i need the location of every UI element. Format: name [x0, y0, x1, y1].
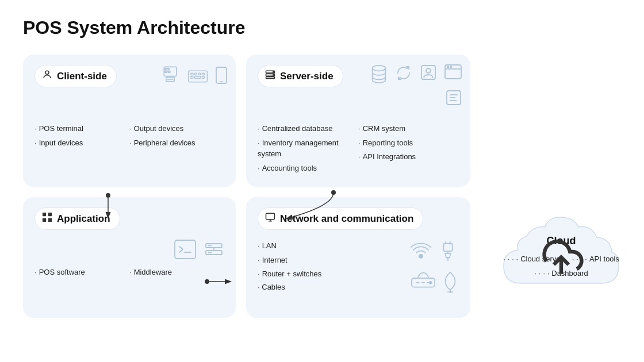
- database-icon: [370, 64, 388, 87]
- centralized-db-item: Centralized database: [258, 123, 358, 134]
- list-icon: [445, 89, 462, 109]
- svg-rect-44: [266, 213, 275, 219]
- pos-software-item: POS software: [34, 267, 129, 278]
- grid-icon: [42, 212, 52, 225]
- output-devices-item: Output devices: [129, 123, 224, 134]
- tablet-icon: [215, 66, 228, 87]
- network-label: Network and communication: [280, 213, 413, 225]
- svg-rect-4: [165, 68, 169, 70]
- router-icon: [409, 270, 437, 295]
- svg-rect-13: [194, 76, 201, 78]
- app-content: POS software Middleware: [34, 267, 224, 281]
- middleware-item: Middleware: [129, 267, 224, 278]
- reporting-item: Reporting tools: [358, 137, 459, 149]
- svg-point-0: [45, 71, 49, 74]
- cloud-card: Cloud · Cloud server · API tools · Dashb…: [481, 197, 642, 318]
- pos-terminal-icon: [160, 64, 181, 87]
- crm-item: CRM system: [358, 123, 459, 134]
- svg-point-56: [430, 282, 432, 284]
- application-label: Application: [57, 213, 110, 225]
- accounting-item: Accounting tools: [258, 163, 358, 174]
- monitor-network-icon: [265, 212, 275, 225]
- svg-rect-19: [266, 77, 275, 79]
- router-item: Router + switches: [258, 268, 409, 280]
- client-side-label: Client-side: [57, 71, 107, 82]
- client-side-card: Client-side: [23, 55, 236, 187]
- terminal-icon: [174, 239, 197, 262]
- crm-icon: [420, 64, 437, 83]
- keyboard-icon: [187, 68, 208, 87]
- svg-point-28: [450, 66, 451, 67]
- svg-rect-11: [202, 73, 204, 75]
- sync-icon: [394, 64, 413, 84]
- svg-rect-12: [191, 76, 193, 78]
- svg-rect-10: [198, 73, 201, 75]
- cloud-title: Cloud: [503, 235, 619, 247]
- cloud-shape: Cloud · Cloud server · API tools · Dashb…: [498, 209, 624, 306]
- svg-rect-15: [216, 67, 227, 83]
- page-title: POS System Architecture: [23, 17, 621, 38]
- svg-rect-14: [202, 76, 204, 78]
- svg-point-27: [447, 66, 448, 67]
- svg-rect-35: [43, 218, 46, 222]
- client-side-header: Client-side: [34, 65, 117, 87]
- network-icons: [409, 240, 459, 295]
- server-side-header: Server-side: [258, 65, 343, 87]
- svg-point-47: [419, 255, 423, 258]
- svg-rect-36: [48, 218, 52, 222]
- svg-rect-48: [443, 244, 452, 251]
- svg-point-22: [373, 66, 386, 71]
- svg-rect-6: [168, 71, 170, 73]
- top-right-spacer: [481, 55, 642, 187]
- server-icon: [265, 70, 275, 83]
- svg-point-21: [273, 75, 274, 76]
- internet-item: Internet: [258, 255, 409, 266]
- network-content: LAN Internet Router + switches · Cables: [258, 240, 459, 295]
- network-card: Network and communication LAN Internet R…: [246, 197, 470, 318]
- person-icon: [42, 70, 52, 83]
- svg-point-20: [273, 71, 274, 72]
- svg-point-24: [426, 68, 431, 73]
- svg-rect-37: [175, 240, 195, 259]
- svg-rect-9: [194, 73, 197, 75]
- peripheral-devices-item: Peripheral devices: [129, 137, 224, 149]
- power-plug-icon: [437, 240, 459, 265]
- middleware-icon: [204, 239, 224, 262]
- server-side-label: Server-side: [280, 71, 334, 82]
- svg-rect-5: [165, 71, 167, 73]
- application-card: Application: [23, 197, 236, 318]
- server-content: Centralized database Inventory managemen…: [258, 123, 459, 176]
- pos-terminal-item: POS terminal: [34, 123, 129, 134]
- svg-rect-34: [48, 213, 52, 216]
- architecture-diagram: Client-side: [23, 55, 621, 318]
- svg-rect-33: [43, 213, 46, 216]
- cables-item: · Cables: [258, 283, 409, 291]
- application-header: Application: [34, 207, 120, 230]
- client-content: POS terminal Input devices Output device…: [34, 123, 224, 151]
- network-header: Network and communication: [258, 207, 423, 230]
- input-devices-item: Input devices: [34, 137, 129, 149]
- svg-rect-8: [191, 73, 193, 75]
- cloud-content: Cloud · Cloud server · API tools · Dashb…: [503, 235, 619, 279]
- inventory-item: Inventory management system: [258, 137, 358, 160]
- server-side-card: Server-side: [246, 55, 470, 187]
- browser-icon: [444, 64, 462, 82]
- upload-icon: [503, 235, 619, 279]
- app-icons: [34, 239, 224, 262]
- lan-item: LAN: [258, 240, 409, 252]
- wifi-icon: [409, 240, 432, 265]
- api-item: API Integrations: [358, 151, 459, 163]
- cable-icon: [442, 270, 459, 295]
